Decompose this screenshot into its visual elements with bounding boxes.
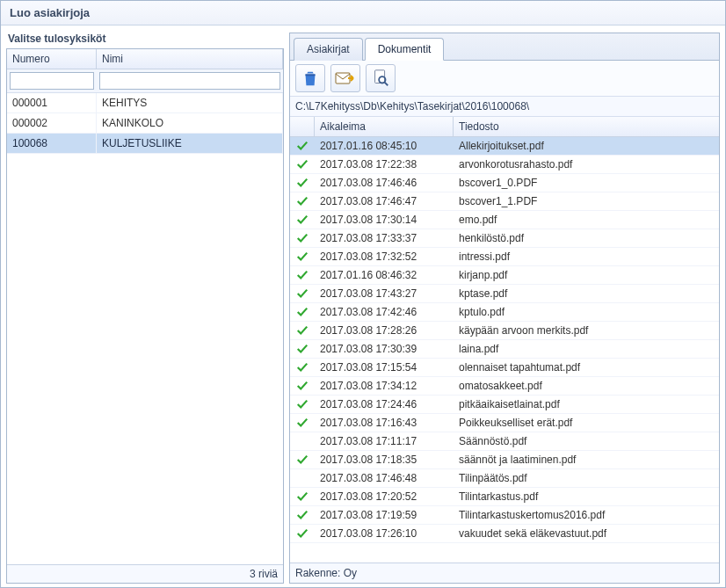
doc-timestamp: 2017.03.08 17:34:12 bbox=[315, 377, 454, 395]
doc-row[interactable]: 2017.03.08 17:22:38arvonkorotusrahasto.p… bbox=[290, 156, 719, 174]
left-panel-title: Valitse tulosyksiköt bbox=[6, 33, 284, 48]
doc-timestamp: 2017.03.08 17:16:43 bbox=[315, 414, 454, 432]
doc-timestamp: 2017.03.08 17:22:38 bbox=[315, 156, 454, 173]
unit-number: 000001 bbox=[7, 93, 97, 113]
doc-filename: intressi.pdf bbox=[454, 248, 719, 265]
check-icon bbox=[290, 490, 315, 503]
body: Valitse tulosyksiköt Numero Nimi 000001K… bbox=[1, 25, 725, 587]
window-title: Luo asiakirjoja bbox=[1, 1, 725, 25]
col-header-check[interactable] bbox=[290, 117, 315, 136]
doc-timestamp: 2017.03.08 17:46:48 bbox=[315, 469, 454, 487]
unit-grid-header: Numero Nimi bbox=[7, 49, 283, 69]
doc-row[interactable]: 2017.03.08 17:20:52Tilintarkastus.pdf bbox=[290, 488, 719, 506]
col-header-file[interactable]: Tiedosto bbox=[454, 117, 719, 136]
filter-number-input[interactable] bbox=[10, 72, 94, 90]
doc-filename: omatosakkeet.pdf bbox=[454, 377, 719, 395]
document-magnify-icon bbox=[371, 69, 390, 88]
check-icon bbox=[290, 306, 315, 318]
doc-filename: vakuudet sekä eläkevastuut.pdf bbox=[454, 525, 719, 542]
trash-icon bbox=[301, 69, 320, 88]
doc-timestamp: 2017.03.08 17:42:46 bbox=[315, 303, 454, 321]
check-icon bbox=[290, 177, 315, 189]
doc-row[interactable]: 2017.03.08 17:16:43Poikkeukselliset erät… bbox=[290, 414, 719, 432]
unit-grid: Numero Nimi 000001KEHITYS000002KANINKOLO… bbox=[6, 48, 284, 584]
doc-filename: säännöt ja laatiminen.pdf bbox=[454, 451, 719, 468]
doc-row[interactable]: 2017.03.08 17:46:46bscover1_0.PDF bbox=[290, 174, 719, 192]
unit-number: 100068 bbox=[7, 134, 97, 153]
doc-filename: henkilöstö.pdf bbox=[454, 229, 719, 247]
svg-line-3 bbox=[385, 83, 388, 86]
check-icon bbox=[290, 509, 315, 521]
doc-timestamp: 2017.01.16 08:46:32 bbox=[315, 266, 454, 284]
unit-name: KANINKOLO bbox=[97, 113, 283, 133]
doc-timestamp: 2017.03.08 17:18:35 bbox=[315, 451, 454, 468]
doc-filename: käypään arvoon merkits.pdf bbox=[454, 322, 719, 339]
doc-timestamp: 2017.03.08 17:15:54 bbox=[315, 359, 454, 376]
doc-row[interactable]: 2017.03.08 17:34:12omatosakkeet.pdf bbox=[290, 377, 719, 396]
check-icon bbox=[290, 324, 315, 337]
doc-timestamp: 2017.03.08 17:43:27 bbox=[315, 285, 454, 302]
check-icon bbox=[290, 195, 315, 207]
tabstrip: AsiakirjatDokumentit bbox=[290, 33, 719, 61]
doc-row[interactable]: 2017.03.08 17:11:17Säännöstö.pdf bbox=[290, 432, 719, 451]
doc-row[interactable]: 2017.03.08 17:18:35säännöt ja laatiminen… bbox=[290, 451, 719, 469]
check-icon bbox=[290, 527, 315, 540]
unit-row[interactable]: 100068KULJETUSLIIKE bbox=[7, 134, 283, 154]
doc-row[interactable]: 2017.03.08 17:28:26käypään arvoon merkit… bbox=[290, 322, 719, 340]
delete-button[interactable] bbox=[295, 64, 325, 92]
doc-filename: kptulo.pdf bbox=[454, 303, 719, 321]
check-icon bbox=[290, 287, 315, 300]
col-header-timestamp[interactable]: Aikaleima bbox=[315, 117, 454, 136]
toolbar bbox=[290, 61, 719, 97]
status-bar: Rakenne: Oy bbox=[290, 563, 719, 583]
doc-filename: kptase.pdf bbox=[454, 285, 719, 302]
doc-row[interactable]: 2017.03.08 17:42:46kptulo.pdf bbox=[290, 303, 719, 322]
filter-name-input[interactable] bbox=[99, 72, 280, 90]
doc-timestamp: 2017.03.08 17:19:59 bbox=[315, 506, 454, 524]
doc-row[interactable]: 2017.03.08 17:43:27kptase.pdf bbox=[290, 285, 719, 303]
doc-row[interactable]: 2017.01.16 08:45:10Allekirjoitukset.pdf bbox=[290, 137, 719, 156]
doc-filename: pitkäaikaisetlainat.pdf bbox=[454, 396, 719, 413]
left-panel: Valitse tulosyksiköt Numero Nimi 000001K… bbox=[6, 33, 284, 584]
doc-timestamp: 2017.03.08 17:46:47 bbox=[315, 192, 454, 210]
check-icon bbox=[290, 398, 315, 410]
doc-row[interactable]: 2017.03.08 17:19:59Tilintarkastuskertomu… bbox=[290, 506, 719, 525]
unit-grid-footer: 3 riviä bbox=[7, 564, 283, 583]
check-icon bbox=[290, 380, 315, 392]
doc-filename: emo.pdf bbox=[454, 211, 719, 229]
col-header-number[interactable]: Numero bbox=[7, 49, 97, 69]
preview-button[interactable] bbox=[366, 64, 396, 92]
doc-timestamp: 2017.03.08 17:11:17 bbox=[315, 432, 454, 450]
check-icon bbox=[290, 417, 315, 429]
doc-row[interactable]: 2017.03.08 17:26:10vakuudet sekä eläkeva… bbox=[290, 525, 719, 543]
doc-row[interactable]: 2017.01.16 08:46:32kirjanp.pdf bbox=[290, 266, 719, 285]
doc-row[interactable]: 2017.03.08 17:46:48Tilinpäätös.pdf bbox=[290, 469, 719, 488]
unit-filter-row bbox=[7, 69, 283, 93]
check-icon bbox=[290, 214, 315, 226]
doc-filename: Poikkeukselliset erät.pdf bbox=[454, 414, 719, 432]
app-window: Luo asiakirjoja Valitse tulosyksiköt Num… bbox=[0, 0, 726, 588]
doc-filename: arvonkorotusrahasto.pdf bbox=[454, 156, 719, 173]
doc-filename: Säännöstö.pdf bbox=[454, 432, 719, 450]
doc-row[interactable]: 2017.03.08 17:33:37henkilöstö.pdf bbox=[290, 229, 719, 248]
check-icon bbox=[290, 232, 315, 244]
check-icon bbox=[290, 269, 315, 281]
send-button[interactable] bbox=[330, 64, 360, 92]
check-icon bbox=[290, 140, 315, 152]
doc-row[interactable]: 2017.03.08 17:30:14emo.pdf bbox=[290, 211, 719, 229]
doc-row[interactable]: 2017.03.08 17:32:52intressi.pdf bbox=[290, 248, 719, 266]
tab-dokumentit[interactable]: Dokumentit bbox=[365, 38, 445, 61]
check-icon bbox=[290, 158, 315, 171]
doc-row[interactable]: 2017.03.08 17:30:39laina.pdf bbox=[290, 340, 719, 359]
unit-name: KULJETUSLIIKE bbox=[97, 134, 283, 153]
doc-filename: Tilintarkastus.pdf bbox=[454, 488, 719, 505]
unit-row[interactable]: 000001KEHITYS bbox=[7, 93, 283, 113]
doc-timestamp: 2017.03.08 17:26:10 bbox=[315, 525, 454, 542]
doc-row[interactable]: 2017.03.08 17:46:47bscover1_1.PDF bbox=[290, 192, 719, 211]
tab-asiakirjat[interactable]: Asiakirjat bbox=[294, 38, 363, 61]
col-header-name[interactable]: Nimi bbox=[97, 49, 283, 69]
doc-row[interactable]: 2017.03.08 17:15:54olennaiset tapahtumat… bbox=[290, 359, 719, 377]
doc-row[interactable]: 2017.03.08 17:24:46pitkäaikaisetlainat.p… bbox=[290, 396, 719, 414]
unit-row[interactable]: 000002KANINKOLO bbox=[7, 113, 283, 134]
doc-timestamp: 2017.03.08 17:20:52 bbox=[315, 488, 454, 505]
